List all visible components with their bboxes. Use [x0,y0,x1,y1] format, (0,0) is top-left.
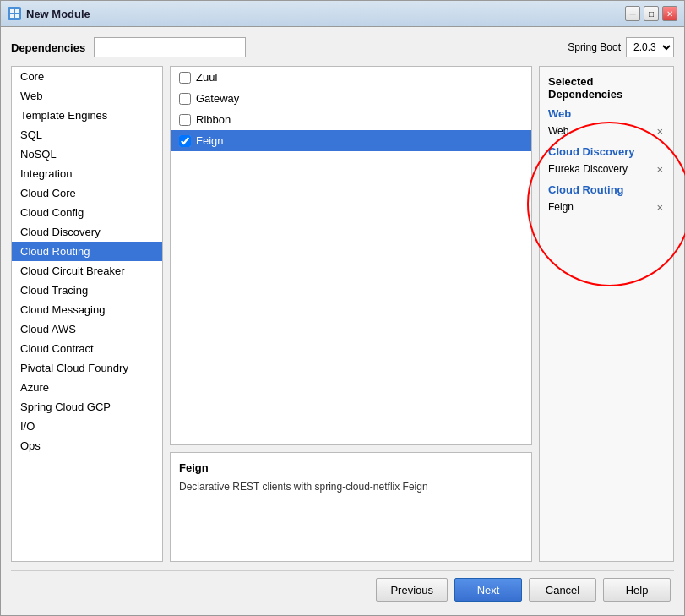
svg-rect-3 [15,14,19,18]
category-item-integration[interactable]: Integration [12,164,162,183]
checkbox-ribbon[interactable] [179,114,191,126]
svg-rect-1 [15,9,19,13]
dependency-label-zuul: Zuul [196,71,217,84]
category-item-cloud-circuit-breaker[interactable]: Cloud Circuit Breaker [12,261,162,281]
bottom-bar: Previous Next Cancel Help [11,570,674,605]
top-bar: Dependencies Spring Boot 2.0.3 2.0.2 2.0… [11,37,674,57]
checkbox-zuul[interactable] [179,72,191,84]
desc-text: Declarative REST clients with spring-clo… [179,479,523,494]
selected-dependencies-panel: Selected Dependencies WebWeb×Cloud Disco… [539,66,674,562]
category-item-pivotal-cloud-foundry[interactable]: Pivotal Cloud Foundry [12,358,162,378]
desc-title: Feign [179,461,523,474]
checkbox-gateway[interactable] [179,93,191,105]
selected-item-name-2-0: Feign [548,201,574,213]
dependencies-label: Dependencies [11,41,85,54]
spring-boot-label: Spring Boot [568,41,621,53]
category-item-spring-cloud-gcp[interactable]: Spring Cloud GCP [12,397,162,417]
category-item-azure[interactable]: Azure [12,378,162,397]
selected-group-label-1: Cloud Discovery [548,145,665,158]
middle-panel: ZuulGatewayRibbonFeign Feign Declarative… [170,66,532,562]
selected-groups-container: WebWeb×Cloud DiscoveryEureka Discovery×C… [548,107,665,215]
maximize-button[interactable]: □ [644,6,659,21]
dependency-item-feign[interactable]: Feign [171,130,531,151]
title-bar: New Module ─ □ ✕ [1,1,684,27]
category-item-nosql[interactable]: NoSQL [12,144,162,164]
svg-rect-0 [10,9,14,13]
minimize-button[interactable]: ─ [625,6,640,21]
selected-deps-title: Selected Dependencies [548,75,665,101]
svg-rect-2 [10,14,14,18]
next-button[interactable]: Next [454,578,522,602]
categories-panel: CoreWebTemplate EnginesSQLNoSQLIntegrati… [11,66,163,562]
remove-button-2-0[interactable]: × [655,202,665,213]
remove-button-0-0[interactable]: × [655,126,665,137]
selected-item-name-0-0: Web [548,125,568,137]
window-title: New Module [26,8,90,20]
previous-button[interactable]: Previous [376,578,448,602]
category-item-cloud-aws[interactable]: Cloud AWS [12,319,162,339]
category-item-cloud-core[interactable]: Cloud Core [12,183,162,203]
category-item-cloud-messaging[interactable]: Cloud Messaging [12,300,162,319]
top-bar-left: Dependencies [11,37,246,57]
checkbox-feign[interactable] [179,135,191,147]
category-item-io[interactable]: I/O [12,417,162,436]
dependency-item-gateway[interactable]: Gateway [171,88,531,109]
selected-item-name-1-0: Eureka Discovery [548,163,628,175]
dependency-item-ribbon[interactable]: Ribbon [171,109,531,130]
title-bar-left: New Module [8,7,90,20]
category-item-template-engines[interactable]: Template Engines [12,106,162,125]
content-area: Dependencies Spring Boot 2.0.3 2.0.2 2.0… [1,27,684,615]
category-item-cloud-contract[interactable]: Cloud Contract [12,339,162,358]
dependency-label-ribbon: Ribbon [196,113,231,126]
category-item-ops[interactable]: Ops [12,436,162,455]
window-icon [8,7,21,20]
remove-button-1-0[interactable]: × [655,164,665,175]
dependencies-list: ZuulGatewayRibbonFeign [170,66,532,445]
close-button[interactable]: ✕ [662,6,677,21]
category-item-sql[interactable]: SQL [12,125,162,144]
title-bar-controls: ─ □ ✕ [625,6,677,21]
dependency-label-gateway: Gateway [196,92,239,105]
category-item-cloud-discovery[interactable]: Cloud Discovery [12,222,162,242]
selected-item-row-1-0: Eureka Discovery× [548,161,665,177]
category-item-cloud-routing[interactable]: Cloud Routing [12,242,162,261]
selected-item-row-0-0: Web× [548,123,665,139]
selected-item-row-2-0: Feign× [548,199,665,215]
search-input[interactable] [94,37,246,57]
category-item-web[interactable]: Web [12,86,162,106]
category-item-cloud-tracing[interactable]: Cloud Tracing [12,281,162,300]
selected-group-label-0: Web [548,107,665,120]
main-area: CoreWebTemplate EnginesSQLNoSQLIntegrati… [11,66,674,562]
spring-boot-version-select[interactable]: 2.0.3 2.0.2 2.0.1 [626,37,674,57]
dependency-item-zuul[interactable]: Zuul [171,67,531,88]
selected-group-label-2: Cloud Routing [548,183,665,196]
description-box: Feign Declarative REST clients with spri… [170,452,532,562]
help-button[interactable]: Help [603,578,671,602]
dependency-label-feign: Feign [196,134,224,147]
spring-boot-row: Spring Boot 2.0.3 2.0.2 2.0.1 [568,37,674,57]
category-item-core[interactable]: Core [12,67,162,86]
new-module-window: New Module ─ □ ✕ Dependencies Spring Boo… [0,0,685,616]
category-item-cloud-config[interactable]: Cloud Config [12,203,162,222]
cancel-button[interactable]: Cancel [529,578,596,602]
